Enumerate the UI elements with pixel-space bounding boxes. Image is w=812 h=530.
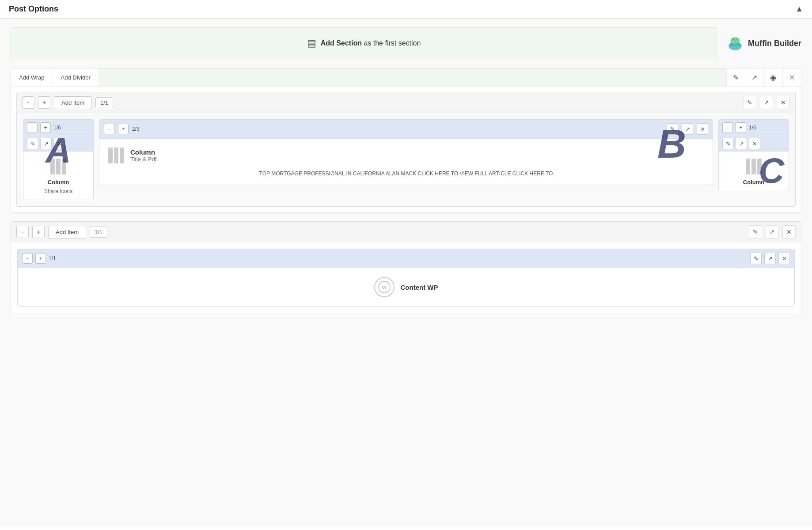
section-1-close-button[interactable]: ✕ (782, 69, 801, 86)
svg-point-3 (736, 38, 738, 39)
muffin-builder-logo: Muffin Builder (726, 34, 801, 53)
svg-rect-7 (56, 159, 61, 174)
col-a-name: Column (48, 179, 69, 186)
col-a-plus-button[interactable]: + (40, 122, 51, 133)
section-1-edit-button[interactable]: ✎ (726, 69, 745, 86)
col-mid-title-row: Column Title & Pdf (106, 146, 706, 165)
add-section-button[interactable]: ▤ Add Section as the first section (11, 27, 717, 59)
svg-rect-8 (62, 159, 66, 174)
row-1-fraction: 1/1 (95, 97, 113, 108)
col-mid-name: Column (130, 148, 156, 156)
col-mid-share-button[interactable]: ↗ (682, 123, 693, 135)
col-mid-icon (106, 146, 126, 165)
col-a-header: - + 1/6 (23, 120, 93, 136)
col-mid-minus-button[interactable]: - (104, 124, 114, 134)
add-section-banner: ▤ Add Section as the first section Muffi… (11, 27, 801, 59)
column-mid: - + 2/3 ✎ ↗ ✕ (99, 119, 713, 185)
col-c-minus-button[interactable]: - (722, 122, 733, 133)
col-c-close-button[interactable]: ✕ (749, 138, 760, 149)
col-full-minus-button[interactable]: - (22, 253, 33, 264)
col-mid-edit-button[interactable]: ✎ (667, 123, 678, 135)
col-full-fraction: 1/1 (49, 255, 397, 261)
row-1-toolbar: - + Add Item 1/1 ✎ ↗ ✕ (17, 92, 795, 113)
col-full-plus-button[interactable]: + (35, 253, 46, 264)
col-c-name: Column (743, 179, 764, 186)
col-a-fraction: 1/6 (53, 125, 90, 131)
row-2-add-item-button[interactable]: Add Item (48, 226, 86, 238)
svg-rect-6 (50, 159, 55, 174)
muffin-builder-label: Muffin Builder (748, 39, 801, 48)
column-c: - + 1/6 ✎ ↗ ✕ (718, 119, 789, 191)
columns-area-1: - + 1/6 ✎ ↗ ✕ (17, 113, 795, 206)
col-a-close-button[interactable]: ✕ (53, 138, 65, 149)
section-2-row-wrap: - + 1/1 ✎ ↗ ✕ W (11, 242, 801, 313)
row-1-edit-button[interactable]: ✎ (743, 96, 756, 109)
column-a: - + 1/6 ✎ ↗ ✕ (23, 119, 94, 200)
col-c-plus-button[interactable]: + (736, 122, 746, 133)
row-1-close-button[interactable]: ✕ (777, 96, 790, 109)
col-c-share-button[interactable]: ↗ (736, 138, 747, 149)
col-a-content: Column Share Icons (23, 151, 93, 200)
svg-rect-9 (108, 148, 113, 163)
svg-rect-13 (751, 159, 756, 174)
col-c-edit-button[interactable]: ✎ (722, 138, 734, 149)
section-2: - + Add Item 1/1 ✎ ↗ ✕ - + 1/1 ✎ ↗ ✕ (11, 221, 801, 313)
svg-point-4 (734, 37, 736, 38)
row-2-minus-button[interactable]: - (16, 226, 29, 238)
col-a-subtitle: Share Icons (44, 188, 72, 194)
wordpress-icon: W (374, 277, 395, 297)
col-mid-content: Column Title & Pdf TOP MORTGAGE PROFESSI… (99, 139, 713, 185)
row-2-fraction: 1/1 (90, 227, 107, 238)
col-full-close-button[interactable]: ✕ (778, 253, 790, 264)
col-a-minus-button[interactable]: - (27, 122, 38, 133)
row-2-toolbar: - + Add Item 1/1 ✎ ↗ ✕ (11, 222, 801, 242)
section-1-actions: ✎ ↗ ◉ ✕ (726, 69, 801, 86)
add-wrap-button[interactable]: Add Wrap (11, 70, 53, 85)
col-c-icon (744, 157, 763, 176)
row-1-share-button[interactable]: ↗ (760, 96, 773, 109)
col-a-share-button[interactable]: ↗ (40, 138, 52, 149)
muffin-icon (726, 34, 744, 53)
svg-rect-10 (114, 148, 118, 163)
section-1: Add Wrap Add Divider ✎ ↗ ◉ ✕ - + Add Ite… (11, 68, 801, 212)
section-1-eye-button[interactable]: ◉ (763, 69, 782, 86)
row-1-plus-button[interactable]: + (38, 96, 50, 109)
row-2-close-button[interactable]: ✕ (782, 225, 796, 238)
col-full-header: - + 1/1 ✎ ↗ ✕ (18, 249, 794, 268)
row-1-minus-button[interactable]: - (22, 96, 34, 109)
col-full-content: W Content WP (18, 268, 794, 306)
main-content: ▤ Add Section as the first section Muffi… (0, 19, 812, 526)
section-1-share-button[interactable]: ↗ (745, 69, 763, 86)
svg-rect-5 (734, 40, 736, 43)
col-c-content: Column (719, 151, 789, 191)
svg-rect-14 (757, 159, 762, 174)
header: Post Options ▲ (0, 0, 812, 19)
add-divider-button[interactable]: Add Divider (53, 70, 99, 85)
row-2-edit-button[interactable]: ✎ (749, 225, 762, 238)
col-a-edit-button[interactable]: ✎ (27, 138, 38, 149)
col-full-share-button[interactable]: ↗ (764, 253, 776, 264)
row-2-plus-button[interactable]: + (32, 226, 45, 238)
content-wp-label: Content WP (401, 284, 438, 291)
col-mid-names: Column Title & Pdf (130, 148, 156, 163)
svg-point-2 (732, 38, 734, 40)
col-mid-close-button[interactable]: ✕ (697, 123, 708, 135)
col-mid-header: - + 2/3 ✎ ↗ ✕ (99, 120, 713, 139)
col-full-edit-button[interactable]: ✎ (750, 253, 762, 264)
page-title: Post Options (9, 4, 58, 14)
section-1-spacer (99, 68, 726, 86)
col-mid-plus-button[interactable]: + (118, 124, 129, 134)
section-icon: ▤ (307, 38, 316, 49)
col-a-action-row: ✎ ↗ ✕ (23, 136, 93, 151)
col-c-header: - + 1/6 (719, 120, 789, 136)
add-section-text: Add Section as the first section (321, 39, 421, 47)
svg-text:W: W (381, 284, 387, 291)
collapse-icon[interactable]: ▲ (795, 4, 803, 14)
section-1-row-wrap: - + Add Item 1/1 ✎ ↗ ✕ - + (11, 87, 801, 212)
svg-rect-11 (120, 148, 124, 163)
row-2-share-button[interactable]: ↗ (766, 225, 779, 238)
col-mid-body-text: TOP MORTGAGE PROFESSIONAL IN CALIFORNIA … (106, 170, 706, 178)
row-1-add-item-button[interactable]: Add Item (54, 96, 92, 109)
col-full: - + 1/1 ✎ ↗ ✕ W (17, 249, 795, 307)
col-mid-fraction: 2/3 (132, 126, 396, 132)
